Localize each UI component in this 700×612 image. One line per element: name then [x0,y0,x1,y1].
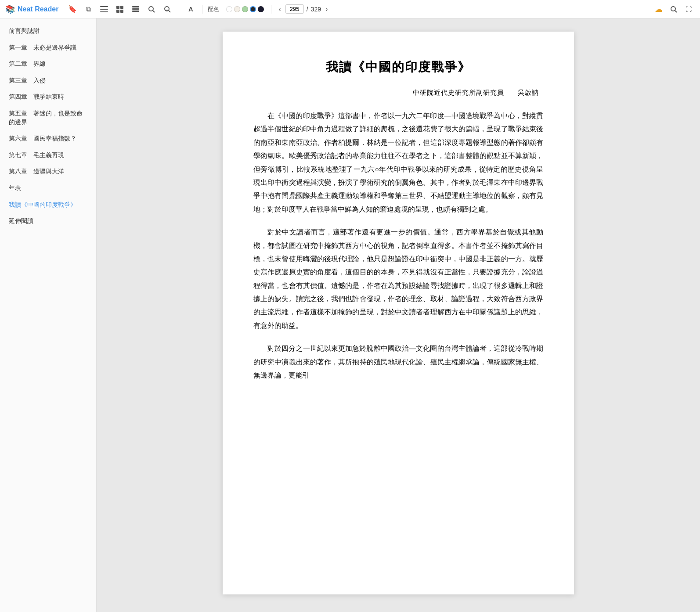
paragraph-3: 對於四分之一世紀以來更加急於脫離中國政治—文化圈的台灣主體論者，這部從冷戰時期的… [253,342,543,382]
fullscreen-button[interactable]: ⛶ [682,3,695,15]
search-button-2[interactable] [161,3,173,15]
sidebar-item-ch1[interactable]: 第一章 未必是邊界爭議 [0,40,96,56]
next-page-button[interactable]: › [324,4,329,14]
separator-3 [271,5,271,14]
color-green[interactable] [242,6,248,12]
sidebar-item-preface[interactable]: 前言與誌謝 [0,23,96,40]
svg-rect-2 [100,11,108,12]
svg-point-15 [671,7,675,11]
svg-rect-7 [132,6,139,7]
toolbar: 📚 Neat Reader 🔖 ⧉ A 配色 ‹ 295 / 329 › ☁ [0,0,700,18]
svg-rect-1 [100,9,108,10]
page-separator: / [307,6,308,13]
svg-rect-8 [132,8,139,10]
author-name: 吳啟訥 [518,89,539,96]
color-night[interactable] [258,6,264,12]
page-author: 中研院近代史研究所副研究員 吳啟訥 [253,89,543,97]
sidebar-item-ch4[interactable]: 第四章 戰爭結束時 [0,89,96,105]
layout: 前言與誌謝 第一章 未必是邊界爭議 第二章 界線 第三章 入侵 第四章 戰爭結束… [0,18,700,612]
sidebar-item-review[interactable]: 我讀《中國的印度戰爭》 [0,197,96,213]
paragraph-2: 對於中文讀者而言，這部著作還有更進一步的價值。通常，西方學界基於自覺或其他動機，… [253,226,543,332]
sidebar-item-further-reading[interactable]: 延伸閱讀 [0,213,96,230]
grid-view-button[interactable] [114,3,126,15]
sidebar-item-ch2[interactable]: 第二章 界線 [0,56,96,72]
cloud-button[interactable]: ☁ [653,3,665,15]
color-cream[interactable] [234,6,240,12]
color-white[interactable] [226,6,232,12]
svg-point-10 [149,7,153,11]
main-content: 我讀《中國的印度戰爭》 中研院近代史研究所副研究員 吳啟訥 在《中國的印度戰爭》… [97,18,700,612]
prev-page-button[interactable]: ‹ [277,4,282,14]
copy-button[interactable]: ⧉ [82,3,94,15]
sidebar: 前言與誌謝 第一章 未必是邊界爭議 第二章 界線 第三章 入侵 第四章 戰爭結束… [0,18,97,612]
svg-line-16 [675,11,677,12]
book-page: 我讀《中國的印度戰爭》 中研院近代史研究所副研究員 吳啟訥 在《中國的印度戰爭》… [223,32,574,594]
svg-rect-6 [120,10,123,13]
page-total: 329 [311,6,321,13]
sidebar-item-ch6[interactable]: 第六章 國民幸福指數？ [0,130,96,147]
svg-rect-4 [120,6,123,9]
app-name: Neat Reader [18,5,58,13]
paragraph-1: 在《中國的印度戰爭》這部書中，作者以一九六二年印度—中國邊境戰爭為中心，對縱貫超… [253,109,543,216]
font-size-button[interactable]: A [184,3,197,15]
separator-2 [202,5,202,14]
sidebar-item-ch3[interactable]: 第三章 入侵 [0,72,96,89]
color-picker [226,6,264,12]
toolbar-right: ☁ ⛶ [653,3,695,15]
bookmark-button[interactable]: 🔖 [66,3,79,15]
search-right-button[interactable] [668,3,680,15]
sidebar-item-ch7[interactable]: 第七章 毛主義再現 [0,147,96,164]
page-navigation: ‹ 295 / 329 › [277,4,329,14]
color-label: 配色 [208,5,219,13]
search-button-1[interactable] [145,3,158,15]
menu-button[interactable] [98,3,110,15]
author-institution: 中研院近代史研究所副研究員 [413,89,504,96]
svg-line-13 [169,11,170,12]
color-dark[interactable] [250,6,256,12]
svg-rect-0 [100,6,108,7]
svg-rect-9 [132,11,139,12]
list-view-button[interactable] [130,3,142,15]
sidebar-item-ch5[interactable]: 第五章 著迷的，也是致命的邊界 [0,105,96,130]
separator-1 [179,5,179,14]
svg-line-11 [153,11,155,12]
sidebar-item-ch8[interactable]: 第八章 邊疆與大洋 [0,163,96,180]
svg-rect-5 [116,10,119,13]
app-icon: 📚 [5,4,15,14]
svg-rect-3 [116,6,119,9]
page-title: 我讀《中國的印度戰爭》 [253,58,543,76]
app-brand: 📚 Neat Reader [5,4,58,14]
sidebar-item-chronology[interactable]: 年表 [0,180,96,197]
page-number-input[interactable]: 295 [285,4,304,14]
